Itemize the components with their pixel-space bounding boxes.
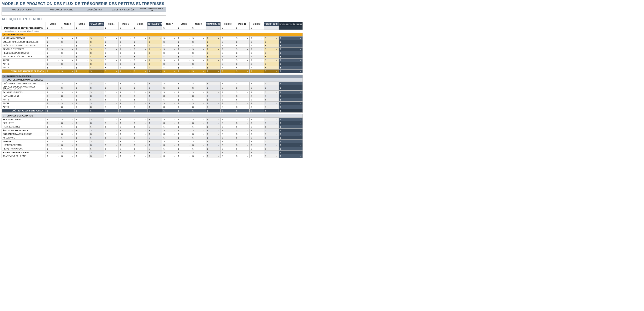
cell-m11[interactable]	[235, 98, 250, 102]
cell-m3[interactable]	[75, 140, 89, 143]
cell-m3[interactable]	[75, 51, 89, 55]
cell-m4[interactable]	[104, 48, 118, 51]
cell-m6[interactable]	[133, 129, 147, 132]
cell-m11[interactable]	[235, 85, 250, 91]
cell-m1[interactable]	[46, 118, 60, 121]
cell-m6[interactable]	[133, 66, 147, 70]
cell-m11[interactable]	[235, 94, 250, 98]
cell-m2[interactable]	[60, 129, 75, 132]
cell-m10[interactable]	[220, 40, 235, 44]
cell-m3[interactable]	[75, 105, 89, 109]
cell-m5[interactable]	[118, 98, 133, 102]
cell-m8[interactable]	[177, 62, 191, 66]
cell-m8[interactable]	[177, 66, 191, 70]
cell-m1[interactable]	[46, 85, 60, 91]
cell-m4[interactable]	[104, 151, 118, 154]
cell-m9[interactable]	[191, 118, 206, 121]
cell-m6[interactable]	[133, 62, 147, 66]
cell-m1[interactable]	[46, 105, 60, 109]
cell-m1[interactable]	[46, 154, 60, 158]
cell-m10[interactable]	[220, 102, 235, 105]
cell-m12[interactable]	[250, 118, 264, 121]
cell-m5[interactable]	[118, 51, 133, 55]
cell-m12[interactable]	[250, 91, 264, 94]
cell-m6[interactable]	[133, 51, 147, 55]
cell-m1[interactable]	[46, 98, 60, 102]
cell-m1[interactable]	[46, 129, 60, 132]
cell-m4[interactable]	[104, 59, 118, 62]
cell-m6[interactable]	[133, 125, 147, 129]
cell-m2[interactable]	[60, 147, 75, 151]
cell-m12[interactable]	[250, 102, 264, 105]
cell-m2[interactable]	[60, 44, 75, 48]
cell-m4[interactable]	[104, 121, 118, 125]
cell-m9[interactable]	[191, 102, 206, 105]
cell-m11[interactable]	[235, 48, 250, 51]
cell-m3[interactable]	[75, 151, 89, 154]
cell-m7[interactable]	[162, 129, 177, 132]
cell-m8[interactable]	[177, 82, 191, 85]
cell-m2[interactable]	[60, 62, 75, 66]
cell-m5[interactable]	[118, 143, 133, 147]
cell-m7[interactable]	[162, 132, 177, 136]
cell-m5[interactable]	[118, 151, 133, 154]
cell-m2[interactable]	[60, 118, 75, 121]
cell-m10[interactable]	[220, 98, 235, 102]
cell-m4[interactable]	[104, 82, 118, 85]
cell-m3[interactable]	[75, 55, 89, 59]
cell-m12[interactable]	[250, 129, 264, 132]
cell-m5[interactable]	[118, 44, 133, 48]
cell-m4[interactable]	[104, 85, 118, 91]
cell-m10[interactable]	[220, 26, 235, 30]
cell-m4[interactable]	[104, 98, 118, 102]
cell-m2[interactable]	[60, 59, 75, 62]
cell-m12[interactable]	[250, 85, 264, 91]
cell-m6[interactable]	[133, 55, 147, 59]
cell-m3[interactable]	[75, 44, 89, 48]
cell-m5[interactable]	[118, 66, 133, 70]
cell-m10[interactable]	[220, 140, 235, 143]
cell-m6[interactable]	[133, 154, 147, 158]
cell-m10[interactable]	[220, 132, 235, 136]
cell-m7[interactable]	[162, 26, 177, 30]
cell-m6[interactable]	[133, 102, 147, 105]
cell-m1[interactable]	[46, 125, 60, 129]
cell-m11[interactable]	[235, 118, 250, 121]
cell-m4[interactable]	[104, 102, 118, 105]
cell-m7[interactable]	[162, 151, 177, 154]
cell-m10[interactable]	[220, 51, 235, 55]
cell-m1[interactable]	[46, 59, 60, 62]
cell-m10[interactable]	[220, 151, 235, 154]
cell-m7[interactable]	[162, 91, 177, 94]
cell-m8[interactable]	[177, 102, 191, 105]
cell-m12[interactable]	[250, 132, 264, 136]
cell-m6[interactable]	[133, 37, 147, 40]
cell-m2[interactable]	[60, 125, 75, 129]
cell-m11[interactable]	[235, 105, 250, 109]
cell-m9[interactable]	[191, 129, 206, 132]
cell-m12[interactable]	[250, 105, 264, 109]
cell-m5[interactable]	[118, 102, 133, 105]
cell-m7[interactable]	[162, 40, 177, 44]
cell-m10[interactable]	[220, 82, 235, 85]
cell-m2[interactable]	[60, 136, 75, 140]
cell-m6[interactable]	[133, 82, 147, 85]
cell-m2[interactable]	[60, 94, 75, 98]
cell-m3[interactable]	[75, 91, 89, 94]
cell-m2[interactable]	[60, 66, 75, 70]
cell-m10[interactable]	[220, 59, 235, 62]
cell-m7[interactable]	[162, 62, 177, 66]
cell-m3[interactable]	[75, 82, 89, 85]
cell-m10[interactable]	[220, 136, 235, 140]
cell-m9[interactable]	[191, 91, 206, 94]
cell-m10[interactable]	[220, 91, 235, 94]
cell-m11[interactable]	[235, 151, 250, 154]
cell-m2[interactable]	[60, 132, 75, 136]
cell-m4[interactable]	[104, 154, 118, 158]
cell-m6[interactable]	[133, 143, 147, 147]
cell-m5[interactable]	[118, 26, 133, 30]
cell-m2[interactable]	[60, 91, 75, 94]
cell-m11[interactable]	[235, 40, 250, 44]
cell-m8[interactable]	[177, 140, 191, 143]
cell-m7[interactable]	[162, 102, 177, 105]
